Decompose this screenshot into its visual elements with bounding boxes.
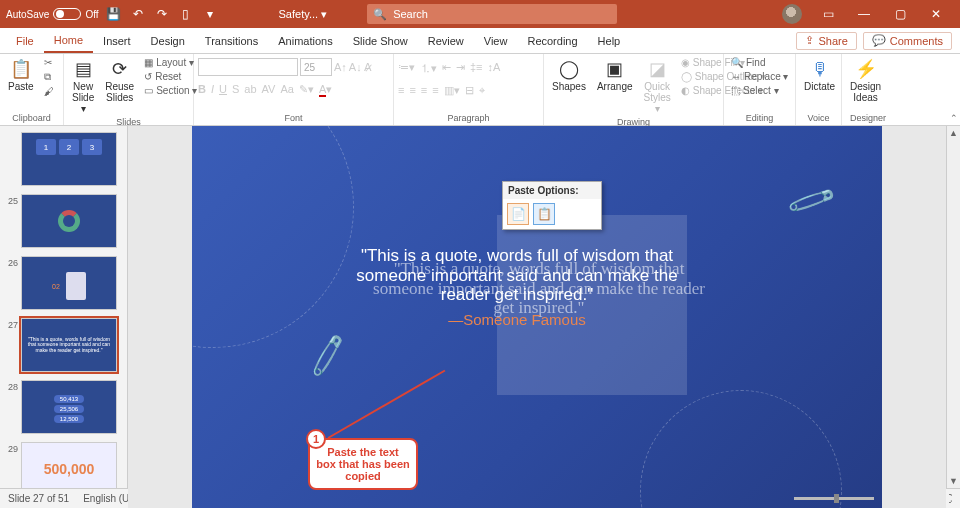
ribbon-options-icon[interactable]: ▭ bbox=[810, 7, 846, 21]
outdent-button[interactable]: ⇤ bbox=[442, 61, 451, 76]
share-button[interactable]: ⇪Share bbox=[796, 32, 856, 50]
comments-button[interactable]: 💬Comments bbox=[863, 32, 952, 50]
collapse-ribbon-icon[interactable]: ⌃ bbox=[950, 113, 958, 123]
font-color-button[interactable]: A▾ bbox=[319, 83, 332, 96]
thumbnail-25[interactable] bbox=[21, 194, 117, 248]
decrease-font-icon[interactable]: A↓ bbox=[349, 61, 362, 73]
tab-insert[interactable]: Insert bbox=[93, 28, 141, 53]
paste-keep-source-icon[interactable]: 📄 bbox=[507, 203, 529, 225]
slide[interactable]: "This is a quote, words full of wisdom t… bbox=[192, 126, 882, 508]
save-icon[interactable]: 💾 bbox=[105, 5, 123, 23]
indent-button[interactable]: ⇥ bbox=[456, 61, 465, 76]
new-slide-button[interactable]: ▤New Slide ▾ bbox=[68, 56, 98, 116]
line-spacing-button[interactable]: ‡≡ bbox=[470, 61, 483, 76]
thumb-row-24[interactable]: 24 123 bbox=[0, 130, 127, 192]
align-right-button[interactable]: ≡ bbox=[421, 84, 427, 97]
align-center-button[interactable]: ≡ bbox=[409, 84, 415, 97]
search-input[interactable] bbox=[393, 8, 611, 20]
justify-button[interactable]: ≡ bbox=[432, 84, 438, 97]
close-button[interactable]: ✕ bbox=[918, 7, 954, 21]
redo-icon[interactable]: ↷ bbox=[153, 5, 171, 23]
numbering-button[interactable]: ⒈▾ bbox=[420, 61, 437, 76]
tab-home[interactable]: Home bbox=[44, 28, 93, 53]
tab-slideshow[interactable]: Slide Show bbox=[343, 28, 418, 53]
tab-file[interactable]: File bbox=[6, 28, 44, 53]
maximize-button[interactable]: ▢ bbox=[882, 7, 918, 21]
thumbnail-26[interactable]: 02 bbox=[21, 256, 117, 310]
align-text-button[interactable]: ⊟ bbox=[465, 84, 474, 97]
increase-font-icon[interactable]: A↑ bbox=[334, 61, 347, 73]
qat-dropdown-icon[interactable]: ▾ bbox=[201, 5, 219, 23]
autosave-toggle[interactable] bbox=[53, 8, 81, 20]
thumbnail-29[interactable]: 500,000 bbox=[21, 442, 117, 488]
layout-button[interactable]: ▦Layout ▾ bbox=[141, 56, 200, 69]
shapes-button[interactable]: ◯Shapes bbox=[548, 56, 590, 94]
thumb-row-28[interactable]: 28 50,41325,50612,500 bbox=[0, 378, 127, 440]
text-direction-button[interactable]: ↕A bbox=[488, 61, 501, 76]
bold-button[interactable]: B bbox=[198, 83, 206, 96]
thumb-row-27[interactable]: 27 "This is a quote, words full of wisdo… bbox=[0, 316, 127, 378]
autosave-control[interactable]: AutoSave Off bbox=[6, 8, 99, 20]
bullets-button[interactable]: ≔▾ bbox=[398, 61, 415, 76]
tab-view[interactable]: View bbox=[474, 28, 518, 53]
font-family-combo[interactable] bbox=[198, 58, 298, 76]
columns-button[interactable]: ▥▾ bbox=[444, 84, 460, 97]
clear-format-icon[interactable]: A̷ bbox=[364, 61, 372, 74]
scroll-up-icon[interactable]: ▲ bbox=[947, 128, 960, 138]
section-button[interactable]: ▭Section ▾ bbox=[141, 84, 200, 97]
italic-button[interactable]: I bbox=[211, 83, 214, 96]
design-ideas-button[interactable]: ⚡Design Ideas bbox=[846, 56, 885, 105]
group-label-designer: Designer bbox=[846, 112, 890, 125]
from-beginning-icon[interactable]: ▯ bbox=[177, 5, 195, 23]
align-left-button[interactable]: ≡ bbox=[398, 84, 404, 97]
tab-design[interactable]: Design bbox=[141, 28, 195, 53]
zoom-slider[interactable] bbox=[794, 497, 874, 500]
slide-thumbnails[interactable]: 24 123 25 26 02 27 "This is a quote, wor… bbox=[0, 126, 128, 488]
quote-textbox[interactable]: "This is a quote, words full of wisdom t… bbox=[342, 246, 692, 328]
thumb-row-26[interactable]: 26 02 bbox=[0, 254, 127, 316]
replace-button[interactable]: ↔Replace ▾ bbox=[728, 70, 791, 83]
shadow-button[interactable]: ab bbox=[244, 83, 256, 96]
search-box[interactable]: 🔍 bbox=[367, 4, 617, 24]
find-button[interactable]: 🔍Find bbox=[728, 56, 791, 69]
arrange-button[interactable]: ▣Arrange bbox=[593, 56, 637, 94]
reset-button[interactable]: ↺Reset bbox=[141, 70, 200, 83]
spacing-button[interactable]: AV bbox=[262, 83, 276, 96]
cut-button[interactable]: ✂ bbox=[41, 56, 57, 69]
smartart-button[interactable]: ⌖ bbox=[479, 84, 485, 97]
layout-icon: ▦ bbox=[144, 57, 153, 68]
select-button[interactable]: ⬚Select ▾ bbox=[728, 84, 791, 97]
undo-icon[interactable]: ↶ bbox=[129, 5, 147, 23]
thumb-row-25[interactable]: 25 bbox=[0, 192, 127, 254]
underline-button[interactable]: U bbox=[219, 83, 227, 96]
case-button[interactable]: Aa bbox=[280, 83, 293, 96]
quick-styles-button[interactable]: ◪Quick Styles ▾ bbox=[640, 56, 675, 116]
slide-canvas[interactable]: "This is a quote, words full of wisdom t… bbox=[128, 126, 946, 508]
tab-animations[interactable]: Animations bbox=[268, 28, 342, 53]
slide-indicator[interactable]: Slide 27 of 51 bbox=[8, 493, 69, 504]
font-size-combo[interactable]: 25 bbox=[300, 58, 332, 76]
scroll-down-icon[interactable]: ▼ bbox=[947, 476, 960, 486]
strike-button[interactable]: S bbox=[232, 83, 239, 96]
shapes-icon: ◯ bbox=[558, 58, 580, 80]
paste-destination-theme-icon[interactable]: 📋 bbox=[533, 203, 555, 225]
tab-help[interactable]: Help bbox=[588, 28, 631, 53]
format-painter-button[interactable]: 🖌 bbox=[41, 85, 57, 98]
thumbnail-28[interactable]: 50,41325,50612,500 bbox=[21, 380, 117, 434]
tab-transitions[interactable]: Transitions bbox=[195, 28, 268, 53]
reuse-slides-button[interactable]: ⟳Reuse Slides bbox=[101, 56, 138, 105]
copy-button[interactable]: ⧉ bbox=[41, 70, 57, 84]
thumbnail-27[interactable]: "This is a quote, words full of wisdom t… bbox=[21, 318, 117, 372]
paste-options-popup[interactable]: Paste Options: 📄 📋 bbox=[502, 181, 602, 230]
highlight-button[interactable]: ✎▾ bbox=[299, 83, 314, 96]
tab-review[interactable]: Review bbox=[418, 28, 474, 53]
user-avatar[interactable] bbox=[782, 4, 802, 24]
paste-button[interactable]: 📋Paste bbox=[4, 56, 38, 94]
minimize-button[interactable]: — bbox=[846, 7, 882, 21]
thumbnail-24[interactable]: 123 bbox=[21, 132, 117, 186]
vertical-scrollbar[interactable]: ▲ ▼ bbox=[946, 126, 960, 488]
document-title[interactable]: Safety... ▾ bbox=[279, 8, 328, 21]
thumb-row-29[interactable]: 29 500,000 bbox=[0, 440, 127, 488]
dictate-button[interactable]: 🎙Dictate bbox=[800, 56, 839, 94]
tab-recording[interactable]: Recording bbox=[517, 28, 587, 53]
